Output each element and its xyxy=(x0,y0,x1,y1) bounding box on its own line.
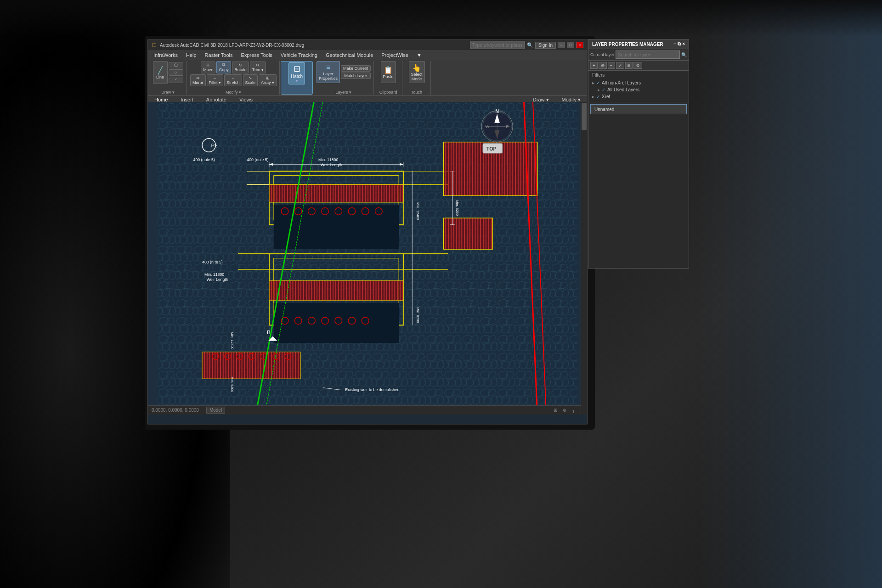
fillet-button[interactable]: ⌐ Fillet ▾ xyxy=(207,74,224,86)
match-layer-button[interactable]: Match Layer xyxy=(341,73,371,79)
polyline-button[interactable]: ⬡ xyxy=(169,62,183,68)
svg-text:E: E xyxy=(506,124,509,129)
filter-label-2: All Used Layers xyxy=(607,87,639,92)
close-button[interactable]: × xyxy=(576,42,583,48)
arc-button[interactable]: ◜ xyxy=(169,77,183,83)
menu-infraworks[interactable]: InfraWorks xyxy=(150,51,181,59)
drawing-canvas[interactable]: P2 400 (note 5) 400 (note 5) Min. 11800 … xyxy=(148,102,587,414)
scrollbar-vertical[interactable] xyxy=(581,102,587,414)
filters-section: Filters ▸ ✓ All non-Xref Layers ▸ ✓ All … xyxy=(588,71,689,102)
rotate-button[interactable]: ↻ Rotate xyxy=(232,62,249,73)
svg-text:Existing weir to be demolished: Existing weir to be demolished xyxy=(345,387,399,392)
scale-icon: ⤡ xyxy=(249,76,252,80)
menu-geotechnical[interactable]: Geotechnical Module xyxy=(322,51,377,59)
make-current-button[interactable]: Make Current xyxy=(341,65,371,72)
panel-float-btn[interactable]: ⧉ xyxy=(678,41,681,47)
ribbon-group-modify: ✛ Move ⧉ Copy ↻ Rotate ✂ Trim ▾ ⇔ xyxy=(187,61,280,95)
draw-label[interactable]: Draw ▾ xyxy=(161,89,175,95)
panel-minimize-btn[interactable]: − xyxy=(673,41,676,47)
menu-express[interactable]: Express Tools xyxy=(237,51,276,59)
grid-button[interactable]: ⊞ xyxy=(552,408,559,413)
ribbon-group-draw: ╱ Line ⬡ ○ ◜ Draw ▾ xyxy=(150,61,187,95)
filter-all-used[interactable]: ▸ ✓ All Used Layers xyxy=(592,86,685,93)
trim-icon: ✂ xyxy=(256,63,260,67)
menu-raster[interactable]: Raster Tools xyxy=(201,51,237,59)
status-buttons: ⊞ ⊕ ┐ xyxy=(552,408,577,413)
paste-icon: 📋 xyxy=(384,66,393,74)
filter-xref[interactable]: ▸ ✓ Xref xyxy=(592,93,685,100)
mirror-button[interactable]: ⇔ Mirror xyxy=(190,74,206,86)
panel-toolbar: Current layer 🔍 xyxy=(588,49,689,61)
scrollbar-thumb[interactable] xyxy=(582,103,587,130)
menu-help[interactable]: Help xyxy=(182,51,200,59)
paste-button[interactable]: 📋 Paste xyxy=(381,61,396,83)
svg-text:TOP: TOP xyxy=(486,146,497,151)
svg-text:Min. 6200: Min. 6200 xyxy=(416,308,420,324)
svg-text:Weir Length: Weir Length xyxy=(207,277,228,282)
fillet-icon: ⌐ xyxy=(214,76,216,80)
layer-properties-button[interactable]: ≡ LayerProperties xyxy=(317,61,340,83)
current-layer-label: Current layer xyxy=(590,52,614,57)
copy-button[interactable]: ⧉ Copy xyxy=(216,61,231,73)
hatch-dropdown[interactable]: ▾ xyxy=(296,79,298,83)
svg-text:N: N xyxy=(495,108,499,114)
line-icon: ╱ xyxy=(158,66,163,75)
trim-button[interactable]: ✂ Trim ▾ xyxy=(250,62,266,73)
svg-rect-25 xyxy=(269,185,403,202)
search-icon: 🔍 xyxy=(527,42,533,48)
ortho-button[interactable]: ┐ xyxy=(570,408,577,413)
cad-drawing: P2 400 (note 5) 400 (note 5) Min. 11800 … xyxy=(148,102,587,414)
stretch-button[interactable]: ↔ Stretch xyxy=(224,74,242,86)
array-icon: ⊞ xyxy=(266,76,270,80)
new-layer-btn[interactable]: + xyxy=(590,62,598,69)
set-current-btn[interactable]: ✓ xyxy=(616,62,624,69)
title-bar: ⬡ Autodesk AutoCAD Civil 3D 2018 LFD-ARP… xyxy=(148,40,587,50)
layers-label[interactable]: Layers ▾ xyxy=(336,89,352,95)
draw-small-buttons: ⬡ ○ ◜ xyxy=(169,62,183,83)
search-input[interactable] xyxy=(470,41,525,49)
svg-text:B: B xyxy=(267,329,271,335)
app-icon: ⬡ xyxy=(152,42,156,48)
panel-close-btn[interactable]: × xyxy=(682,41,685,47)
new-layer-vp-btn[interactable]: ⊕ xyxy=(599,62,607,69)
scale-button[interactable]: ⤡ Scale xyxy=(243,74,258,86)
snap-button[interactable]: ⊕ xyxy=(561,408,568,413)
modify-buttons-row2: ⇔ Mirror ⌐ Fillet ▾ ↔ Stretch ⤡ Scale ⊞ xyxy=(190,74,277,86)
svg-rect-28 xyxy=(269,280,403,301)
hatch-button[interactable]: ⊟ Hatch ▾ xyxy=(288,62,305,84)
tree-expand-icon: ▸ xyxy=(592,80,594,85)
layers-icon: ≡ xyxy=(326,63,330,72)
layer-search-input[interactable] xyxy=(616,50,680,59)
hatch-label: Hatch xyxy=(291,74,303,79)
line-button[interactable]: ╱ Line xyxy=(153,61,168,84)
panel-title: LAYER PROPERTIES MANAGER − ⧉ × xyxy=(588,39,689,49)
select-mode-button[interactable]: 👆 SelectMode xyxy=(409,61,425,83)
copy-label: Copy xyxy=(219,67,229,72)
panel-icon-buttons: + ⊕ − ✓ ≡ ⚙ xyxy=(588,61,689,71)
sign-in-button[interactable]: Sign In xyxy=(535,42,556,49)
model-tab[interactable]: Model xyxy=(206,407,225,414)
filter-all-non-xref[interactable]: ▸ ✓ All non-Xref Layers xyxy=(592,79,685,86)
settings-btn[interactable]: ⚙ xyxy=(633,62,642,69)
rotate-icon: ↻ xyxy=(238,63,242,67)
layers-small: Make Current Match Layer xyxy=(341,65,371,79)
menu-projectwise[interactable]: ProjectWise xyxy=(378,51,412,59)
menu-more[interactable]: ▼ xyxy=(413,51,425,59)
delete-layer-btn[interactable]: − xyxy=(608,62,615,69)
minimize-button[interactable]: − xyxy=(558,42,565,48)
array-button[interactable]: ⊞ Array ▾ xyxy=(259,74,277,86)
svg-text:P2: P2 xyxy=(211,142,218,148)
circle-button[interactable]: ○ xyxy=(169,69,183,76)
circle-icon: ○ xyxy=(175,70,177,75)
ribbon-group-layers: ≡ LayerProperties Make Current Match Lay… xyxy=(314,61,374,95)
move-button[interactable]: ✛ Move xyxy=(201,62,215,73)
unnamed-layer[interactable]: Unnamed xyxy=(590,104,687,114)
window-title: Autodesk AutoCAD Civil 3D 2018 LFD-ARP-Z… xyxy=(160,43,304,48)
menu-vehicle[interactable]: Vehicle Tracking xyxy=(277,51,321,59)
check-icon-2: ✓ xyxy=(602,87,605,92)
restore-button[interactable]: □ xyxy=(567,42,574,48)
layer-states-btn[interactable]: ≡ xyxy=(625,62,633,69)
modify-label[interactable]: Modify ▾ xyxy=(226,89,241,95)
title-bar-right: 🔍 Sign In − □ × xyxy=(470,41,583,49)
monitor-screen: ⬡ Autodesk AutoCAD Civil 3D 2018 LFD-ARP… xyxy=(147,39,588,425)
